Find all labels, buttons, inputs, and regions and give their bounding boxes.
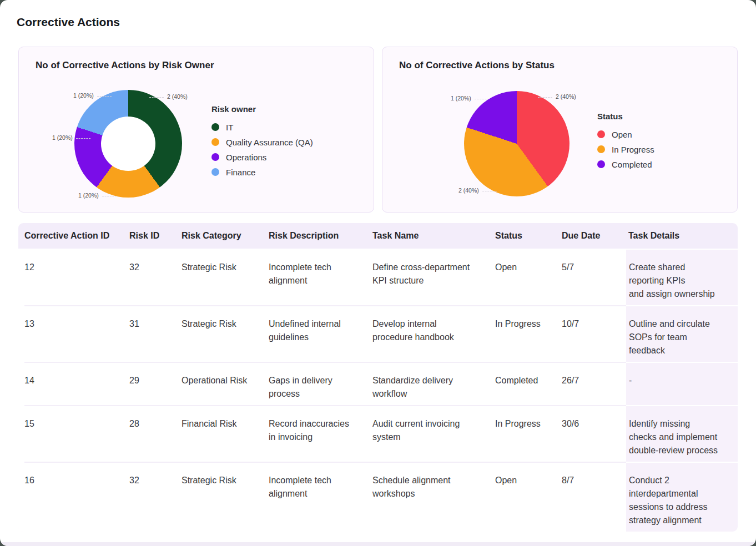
table-row: 1632Strategic RiskIncomplete tech alignm… [18, 462, 738, 532]
risk-owner-legend: Risk owner ITQuality Assurance (QA)Opera… [211, 104, 313, 177]
cell-risk-id: 32 [129, 462, 182, 532]
slice-label-qa: 1 (20%) [78, 192, 99, 199]
cell-risk-description: Undefined internal guidelines [269, 305, 372, 362]
cell-risk-category: Strategic Risk [182, 462, 269, 532]
legend-label: Completed [612, 160, 652, 169]
legend-item[interactable]: In Progress [597, 144, 654, 154]
cell-task-name: Develop internal procedure handbook [372, 305, 495, 362]
cell-corrective-action-id: 12 [24, 250, 129, 305]
cell-status: Open [495, 462, 562, 532]
cell-task-name: Standardize delivery workflow [372, 362, 495, 405]
cell-task-details: Identify missing checks and implement do… [626, 405, 738, 462]
page-title: Corrective Actions [17, 16, 120, 29]
cell-corrective-action-id: 16 [24, 462, 129, 532]
legend-label: IT [226, 123, 233, 132]
chart-title: No of Corrective Actions by Status [399, 60, 555, 71]
cell-risk-category: Strategic Risk [182, 305, 269, 362]
slice-label-finance: 1 (20%) [73, 92, 94, 99]
slice-label-completed: 1 (20%) [451, 95, 471, 102]
legend-swatch-icon [211, 168, 219, 176]
cell-risk-category: Operational Risk [182, 362, 269, 405]
legend-label: Open [612, 130, 632, 139]
column-header-corrective-action-id: Corrective Action ID [24, 231, 129, 241]
corrective-actions-page: Corrective Actions No of Corrective Acti… [0, 0, 756, 546]
cell-task-name: Schedule alignment workshops [372, 462, 495, 532]
slice-label-operations: 1 (20%) [52, 134, 73, 141]
legend-label: Quality Assurance (QA) [226, 138, 313, 147]
chart-title: No of Corrective Actions by Risk Owner [36, 60, 214, 71]
cell-status: Completed [495, 362, 562, 405]
cell-task-details: - [626, 362, 738, 405]
cell-status: Open [495, 250, 562, 305]
corrective-actions-table: Corrective Action ID Risk ID Risk Catego… [18, 223, 738, 532]
risk-owner-donut-chart[interactable] [74, 90, 182, 198]
legend-item[interactable]: Operations [211, 152, 313, 162]
cell-risk-id: 29 [129, 362, 182, 405]
legend-items: OpenIn ProgressCompleted [597, 129, 654, 169]
table-row: 1429Operational RiskGaps in delivery pro… [18, 362, 738, 405]
legend-swatch-icon [597, 145, 605, 153]
legend-items: ITQuality Assurance (QA)OperationsFinanc… [211, 122, 313, 177]
cell-risk-description: Incomplete tech alignment [269, 462, 372, 532]
cell-status: In Progress [495, 305, 562, 362]
legend-label: In Progress [612, 145, 654, 154]
donut-hole [101, 117, 155, 171]
cell-risk-description: Incomplete tech alignment [269, 250, 372, 305]
cell-task-name: Audit current invoicing system [372, 405, 495, 462]
cell-risk-category: Financial Risk [182, 405, 269, 462]
status-chart-card: No of Corrective Actions by Status 2 (40… [382, 47, 738, 213]
cell-risk-description: Gaps in delivery process [269, 362, 372, 405]
legend-item[interactable]: IT [211, 122, 313, 132]
cell-risk-description: Record inaccuracies in invoicing [269, 405, 372, 462]
column-header-status: Status [495, 231, 562, 241]
cell-status: In Progress [495, 405, 562, 462]
cell-task-name: Define cross-department KPI structure [372, 250, 495, 305]
table-row: 1232Strategic RiskIncomplete tech alignm… [18, 250, 738, 305]
legend-swatch-icon [597, 160, 605, 168]
risk-owner-chart-card: No of Corrective Actions by Risk Owner 2… [18, 47, 374, 213]
legend-title: Status [597, 112, 654, 121]
cell-due-date: 10/7 [562, 305, 628, 362]
cell-due-date: 5/7 [562, 250, 628, 305]
cell-task-details: Create shared reporting KPIs and assign … [626, 250, 738, 305]
cell-corrective-action-id: 15 [24, 405, 129, 462]
legend-item[interactable]: Completed [597, 159, 654, 169]
cell-due-date: 8/7 [562, 462, 628, 532]
legend-swatch-icon [211, 123, 219, 131]
slice-label-open: 2 (40%) [556, 93, 576, 100]
column-header-risk-category: Risk Category [182, 231, 269, 241]
table-header-row: Corrective Action ID Risk ID Risk Catego… [18, 223, 738, 250]
legend-title: Risk owner [211, 104, 313, 114]
table-body: 1232Strategic RiskIncomplete tech alignm… [18, 250, 738, 532]
legend-label: Finance [226, 168, 255, 177]
page-bottom-strip [0, 542, 756, 546]
legend-item[interactable]: Quality Assurance (QA) [211, 137, 313, 147]
column-header-task-details: Task Details [628, 231, 738, 241]
cell-corrective-action-id: 13 [24, 305, 129, 362]
column-header-task-name: Task Name [372, 231, 495, 241]
cell-risk-id: 31 [129, 305, 182, 362]
cell-due-date: 26/7 [562, 362, 628, 405]
slice-label-in-progress: 2 (40%) [458, 187, 479, 194]
cell-task-details: Conduct 2 interdepartmental sessions to … [626, 462, 738, 532]
status-pie-chart[interactable] [464, 91, 569, 196]
table-row: 1331Strategic RiskUndefined internal gui… [18, 305, 738, 362]
legend-item[interactable]: Open [597, 129, 654, 139]
cell-task-details: Outline and circulate SOPs for team feed… [626, 305, 738, 362]
table-row: 1528Financial RiskRecord inaccuracies in… [18, 405, 738, 462]
column-header-risk-id: Risk ID [129, 231, 182, 241]
legend-swatch-icon [211, 138, 219, 146]
legend-swatch-icon [211, 153, 219, 161]
column-header-risk-description: Risk Description [269, 231, 372, 241]
slice-label-it: 2 (40%) [167, 93, 188, 100]
column-header-due-date: Due Date [562, 231, 628, 241]
cell-risk-id: 28 [129, 405, 182, 462]
cell-risk-id: 32 [129, 250, 182, 305]
status-legend: Status OpenIn ProgressCompleted [597, 112, 654, 169]
cell-risk-category: Strategic Risk [182, 250, 269, 305]
cell-due-date: 30/6 [562, 405, 628, 462]
cell-corrective-action-id: 14 [24, 362, 129, 405]
legend-swatch-icon [597, 130, 605, 138]
legend-label: Operations [226, 153, 266, 162]
legend-item[interactable]: Finance [211, 167, 313, 177]
